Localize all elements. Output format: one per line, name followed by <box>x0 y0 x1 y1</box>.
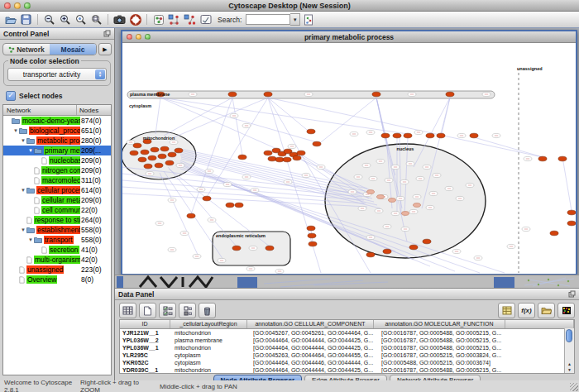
scrollbar-thumb[interactable] <box>566 329 572 342</box>
tree-expand-triangle-icon[interactable]: ▼ <box>20 138 26 143</box>
table-cell[interactable]: [GO:0044464, GO:0044446, GO:0044444, G..… <box>251 359 379 366</box>
tree-row-label[interactable]: nucleobase-... <box>49 156 80 165</box>
column-header-molecular-function[interactable]: annotation.GO MOLECULAR_FUNCTION <box>374 320 505 328</box>
network-node[interactable] <box>372 92 380 97</box>
table-cell[interactable]: [GO:0045263, GO:0044464, GO:0044455, G..… <box>251 351 379 359</box>
tree-expand-triangle-icon[interactable]: ▼ <box>20 227 26 232</box>
network-node[interactable] <box>144 164 152 169</box>
network-node[interactable] <box>307 129 315 134</box>
tree-row[interactable]: mosaic-demo-yeast874(0) <box>3 116 111 126</box>
network-edge[interactable] <box>268 98 311 133</box>
new-network-icon[interactable] <box>151 13 165 26</box>
table-row[interactable]: YPL036W__1mitochondrion[GO:0044464, GO:0… <box>120 344 574 351</box>
tree-row[interactable]: nucleobase-...209(0) <box>3 155 111 165</box>
formula-builder-icon[interactable]: f(x) <box>518 303 535 318</box>
tree-row[interactable]: ▼biological_process651(0) <box>3 126 111 136</box>
table-cell[interactable]: YPL036W__1 <box>120 344 172 351</box>
table-cell[interactable]: [GO:0016787, GO:0005488, GO:0005215, G..… <box>379 366 512 374</box>
tab-mosaic[interactable]: Mosaic <box>50 44 96 55</box>
network-edge[interactable] <box>160 98 408 134</box>
zoom-fit-icon[interactable] <box>89 13 103 26</box>
table-cell[interactable]: [GO:0045267, GO:0045261, GO:0044464, G..… <box>251 329 379 337</box>
network-node[interactable] <box>130 151 138 155</box>
float-panel-icon[interactable] <box>568 290 576 298</box>
table-row[interactable]: YJR121W__1mitochondrion[GO:0045267, GO:0… <box>120 329 574 337</box>
help-lifesaver-icon[interactable] <box>128 13 142 26</box>
network-node[interactable] <box>187 213 195 218</box>
network-node[interactable] <box>404 133 412 138</box>
network-node[interactable] <box>275 157 284 162</box>
tree-row-label[interactable]: macromolecule ... <box>41 176 80 184</box>
table-cell[interactable]: mitochondrion <box>172 329 251 337</box>
table-cell[interactable]: [GO:0016787, GO:0005488, GO:0005215, G..… <box>379 329 512 337</box>
table-cell[interactable]: cytoplasm <box>172 359 251 366</box>
import-attributes-folder-icon[interactable] <box>538 303 555 318</box>
network-node[interactable] <box>165 160 174 165</box>
tree-row-label[interactable]: multi-organism pro... <box>34 256 80 264</box>
tree-row[interactable]: cell communicat...22(0) <box>3 205 111 215</box>
network-node[interactable] <box>266 246 274 251</box>
network-node[interactable] <box>297 151 305 155</box>
network-node[interactable] <box>409 245 418 250</box>
tree-row-label[interactable]: response to stimulu... <box>34 216 80 224</box>
faded-network-node[interactable] <box>367 190 375 194</box>
float-panel-icon[interactable] <box>103 30 111 37</box>
network-node[interactable] <box>313 141 321 146</box>
table-row[interactable]: YDR039C__1mitochondrion[GO:0044464, GO:0… <box>120 366 574 374</box>
delete-attribute-trash-icon[interactable] <box>199 303 216 318</box>
tree-column-nodes[interactable]: Nodes <box>76 105 111 115</box>
tree-row[interactable]: ▼metabolic process280(0) <box>3 136 111 146</box>
network-node[interactable] <box>538 156 547 161</box>
tree-row[interactable]: ▼primary metabol...209(... <box>3 146 111 155</box>
tree-row-label[interactable]: establishment of lo... <box>36 226 80 234</box>
select-attributes-icon[interactable] <box>159 303 176 318</box>
network-node[interactable] <box>550 231 558 236</box>
tree-row-label[interactable]: mosaic-demo-yeast <box>22 117 80 125</box>
tree-expand-triangle-icon[interactable]: ▼ <box>12 128 19 133</box>
tree-row-label[interactable]: unassigned <box>26 265 64 274</box>
network-node[interactable] <box>151 147 159 152</box>
tree-row-label[interactable]: metabolic process <box>36 136 80 145</box>
network-node[interactable] <box>308 233 316 238</box>
network-node[interactable] <box>437 133 445 138</box>
network-node[interactable] <box>175 148 183 153</box>
table-cell[interactable]: plasma membrane <box>172 337 251 344</box>
node-color-dropdown[interactable]: transporter activity ▲▼ <box>7 68 107 81</box>
network-edge[interactable] <box>474 137 543 157</box>
network-node[interactable] <box>228 92 237 97</box>
network-canvas[interactable]: plasma membranecytoplasmmitochondrionnuc… <box>122 43 576 274</box>
table-row[interactable]: YKR052Ccytoplasm[GO:0044464, GO:0044446,… <box>120 359 574 366</box>
open-file-button[interactable] <box>3 13 17 26</box>
network-node[interactable] <box>446 92 454 97</box>
network-manager-icon[interactable] <box>302 13 316 26</box>
network-node[interactable] <box>203 196 211 201</box>
table-cell[interactable]: [GO:0005488, GO:0005215, GO:0003674] <box>379 359 512 366</box>
tree-row[interactable]: ▼cellular process614(0) <box>3 185 111 195</box>
table-cell[interactable]: [GO:0044464, GO:0044444, GO:0044425, G..… <box>251 337 379 344</box>
network-node[interactable] <box>366 252 375 257</box>
network-node[interactable] <box>383 249 391 254</box>
table-row[interactable]: YLR295Ccytoplasm[GO:0045263, GO:0044464,… <box>120 351 574 359</box>
network-node[interactable] <box>168 152 176 157</box>
network-node[interactable] <box>155 163 163 168</box>
network-node[interactable] <box>133 143 141 148</box>
tab-network[interactable]: Network <box>3 44 50 55</box>
network-node[interactable] <box>283 157 291 162</box>
network-node[interactable] <box>268 156 276 161</box>
faded-network-node[interactable] <box>414 203 421 208</box>
zoom-selected-icon[interactable] <box>74 13 88 26</box>
table-cell[interactable]: [GO:0044464, GO:0044444, GO:0044425, G..… <box>251 366 379 374</box>
table-cell[interactable]: YDR039C__1 <box>120 366 172 374</box>
attribute-table-icon[interactable] <box>498 303 515 318</box>
tree-expand-triangle-icon[interactable]: ▼ <box>27 148 34 153</box>
network-node[interactable] <box>160 146 169 151</box>
tree-row-label[interactable]: Overview <box>26 275 57 284</box>
network-node[interactable] <box>567 221 576 226</box>
apply-layout-icon[interactable] <box>167 13 181 26</box>
column-header-id[interactable]: ID <box>120 320 170 328</box>
tree-row-label[interactable]: biological_process <box>29 127 80 135</box>
column-header-cellular-component[interactable]: annotation.GO CELLULAR_COMPONENT <box>247 320 374 328</box>
table-cell[interactable]: [GO:0016787, GO:0005488, GO:0005215, G..… <box>379 337 512 344</box>
tree-row[interactable]: ▼transport558(0) <box>3 235 111 245</box>
network-node[interactable] <box>264 92 272 97</box>
